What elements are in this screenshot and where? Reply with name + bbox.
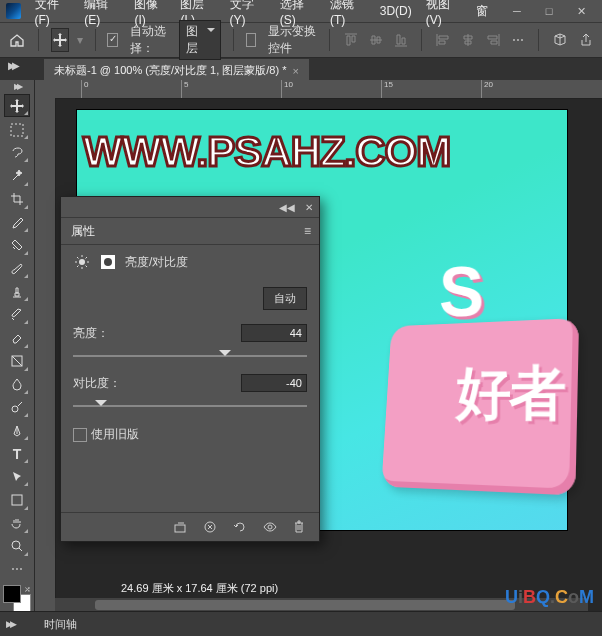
share-icon[interactable] — [577, 28, 594, 52]
ruler-tick: 10 — [281, 80, 293, 98]
path-select-tool[interactable] — [5, 466, 29, 487]
delete-icon[interactable] — [293, 520, 309, 534]
eraser-tool[interactable] — [5, 327, 29, 348]
toolbox: ▶▶ T ⋯ ⤮ — [0, 80, 35, 612]
move-tool-icon[interactable] — [51, 28, 69, 52]
3d-letters: 好者 — [456, 354, 564, 434]
3d-text-object: S 好者 — [347, 240, 577, 500]
show-transform-checkbox[interactable] — [246, 33, 256, 47]
window-minimize-button[interactable]: ─ — [502, 1, 532, 21]
collapse-panel-icon[interactable]: ▶▶ — [8, 60, 16, 71]
clip-to-layer-icon[interactable] — [173, 520, 189, 534]
panel-close-icon[interactable]: ✕ — [305, 202, 313, 213]
align-hcenter-icon[interactable] — [459, 28, 476, 52]
home-icon[interactable] — [8, 28, 26, 52]
legacy-label: 使用旧版 — [91, 426, 139, 443]
auto-select-label: 自动选择： — [130, 23, 171, 57]
ruler-vertical[interactable] — [35, 98, 56, 612]
view-previous-icon[interactable] — [203, 520, 219, 534]
properties-panel: ◀◀ ✕ 属性 ≡ 亮度/对比度 自动 亮度： 对比度： — [60, 196, 320, 542]
swap-colors-icon[interactable]: ⤮ — [24, 585, 31, 594]
type-tool[interactable]: T — [5, 443, 29, 464]
svg-rect-8 — [175, 525, 185, 532]
brightness-slider[interactable] — [73, 348, 307, 364]
ruler-tick: 20 — [481, 80, 493, 98]
3d-mode-icon[interactable] — [551, 28, 569, 52]
ruler-origin[interactable] — [35, 80, 56, 99]
app-logo — [6, 3, 21, 19]
menu-bar: 文件(F) 编辑(E) 图像(I) 图层(L) 文字(Y) 选择(S) 滤镜(T… — [0, 0, 602, 22]
auto-select-dropdown[interactable]: 图层 — [179, 20, 221, 60]
timeline-panel[interactable]: ▶▶ 时间轴 — [0, 611, 602, 636]
svg-rect-0 — [11, 124, 23, 136]
align-bottom-icon[interactable] — [392, 28, 409, 52]
lasso-tool[interactable] — [5, 142, 29, 163]
panel-menu-icon[interactable]: ≡ — [304, 224, 311, 238]
zoom-tool[interactable] — [5, 536, 29, 557]
edit-toolbar-icon[interactable]: ⋯ — [5, 559, 29, 580]
brush-tool[interactable] — [5, 258, 29, 279]
document-tab-title: 未标题-1 @ 100% (亮度/对比度 1, 图层蒙版/8) * — [54, 63, 286, 78]
stamp-tool[interactable] — [5, 281, 29, 302]
tab-close-icon[interactable]: × — [292, 65, 298, 77]
ruler-horizontal[interactable]: 0 5 10 15 20 — [55, 80, 602, 99]
align-right-icon[interactable] — [484, 28, 501, 52]
align-vcenter-icon[interactable] — [367, 28, 384, 52]
watermark-text: WWW.PSAHZ.COM — [83, 128, 450, 176]
contrast-input[interactable] — [241, 374, 307, 392]
timeline-expand-icon[interactable]: ▶▶ — [6, 619, 14, 629]
brightness-icon — [73, 253, 91, 271]
color-swatches[interactable]: ⤮ — [3, 585, 31, 612]
menu-type[interactable]: 文字(Y) — [230, 0, 266, 27]
magic-wand-tool[interactable] — [5, 165, 29, 186]
dodge-tool[interactable] — [5, 397, 29, 418]
eyedropper-tool[interactable] — [5, 212, 29, 233]
menu-3d[interactable]: 3D(D) — [380, 4, 412, 18]
visibility-icon[interactable] — [263, 522, 279, 532]
crop-tool[interactable] — [5, 189, 29, 210]
menu-edit[interactable]: 编辑(E) — [84, 0, 120, 27]
brightness-input[interactable] — [241, 324, 307, 342]
document-tab[interactable]: 未标题-1 @ 100% (亮度/对比度 1, 图层蒙版/8) * × — [44, 59, 309, 82]
gradient-tool[interactable] — [5, 351, 29, 372]
menu-filter[interactable]: 滤镜(T) — [330, 0, 366, 27]
panel-collapse-icon[interactable]: ◀◀ — [279, 202, 295, 213]
adjustment-name: 亮度/对比度 — [125, 254, 188, 271]
auto-button[interactable]: 自动 — [263, 287, 307, 310]
align-top-icon[interactable] — [342, 28, 359, 52]
ruler-tick: 15 — [381, 80, 393, 98]
show-transform-label: 显示变换控件 — [268, 23, 317, 57]
contrast-slider[interactable] — [73, 398, 307, 414]
toolbox-expand-icon[interactable]: ▶▶ — [14, 82, 20, 91]
window-maximize-button[interactable]: □ — [534, 1, 564, 21]
menu-view[interactable]: 视图(V) — [426, 0, 462, 27]
window-close-button[interactable]: ✕ — [566, 1, 596, 21]
more-align-icon[interactable]: ⋯ — [509, 28, 526, 52]
svg-rect-3 — [12, 495, 22, 505]
ruler-tick: 0 — [81, 80, 88, 98]
timeline-label: 时间轴 — [44, 617, 77, 632]
reset-icon[interactable] — [233, 520, 249, 534]
menu-file[interactable]: 文件(F) — [35, 0, 71, 27]
move-tool[interactable] — [4, 94, 30, 117]
legacy-checkbox[interactable] — [73, 428, 87, 442]
options-bar: ▾ 自动选择： 图层 显示变换控件 ⋯ — [0, 22, 602, 58]
marquee-tool[interactable] — [5, 119, 29, 140]
align-left-icon[interactable] — [434, 28, 451, 52]
foreground-color[interactable] — [3, 585, 21, 603]
document-dimensions: 24.69 厘米 x 17.64 厘米 (72 ppi) — [121, 581, 278, 596]
blur-tool[interactable] — [5, 374, 29, 395]
pen-tool[interactable] — [5, 420, 29, 441]
healing-tool[interactable] — [5, 235, 29, 256]
hand-tool[interactable] — [5, 513, 29, 534]
site-watermark: UiBQ.CoM — [505, 587, 594, 608]
shape-tool[interactable] — [5, 489, 29, 510]
menu-window[interactable]: 窗 — [476, 3, 488, 20]
properties-tab[interactable]: 属性 — [71, 223, 95, 240]
auto-select-checkbox[interactable] — [107, 33, 117, 47]
contrast-label: 对比度： — [73, 375, 121, 392]
svg-point-7 — [104, 258, 112, 266]
history-brush-tool[interactable] — [5, 304, 29, 325]
mask-icon — [99, 253, 117, 271]
3d-letter: S — [439, 252, 484, 333]
